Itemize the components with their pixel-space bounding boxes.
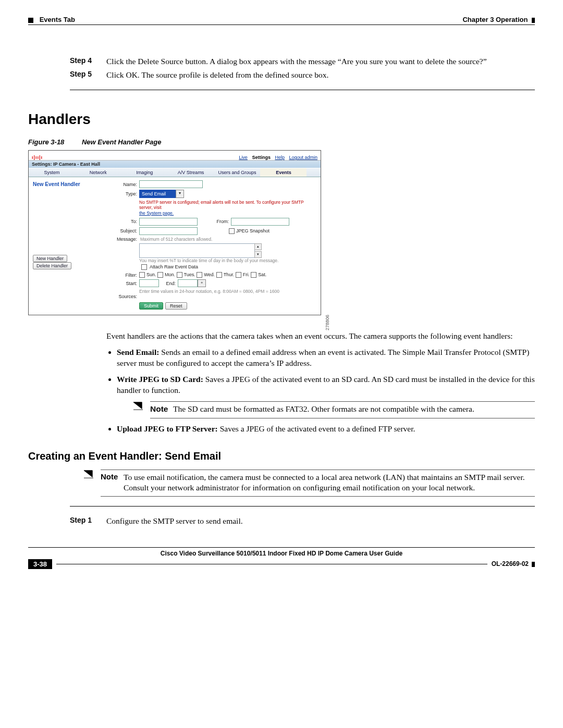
day-wed-checkbox[interactable]: [197, 272, 202, 278]
step-label: Step 1: [70, 516, 106, 526]
footer-title: Cisco Video Surveillance 5010/5011 Indoo…: [28, 550, 535, 557]
ss-sidebar: New Event Handler New Handler Delete Han…: [29, 177, 110, 315]
from-input[interactable]: [231, 218, 289, 226]
header-left: Events Tab: [28, 16, 75, 23]
bullet-lead: Send Email:: [117, 348, 159, 356]
message-hint: You may insert %T to indicate time of da…: [139, 258, 317, 263]
label-fri: Fri.: [243, 272, 250, 277]
bullet-send-email: Send Email: Sends an email to a defined …: [117, 347, 535, 369]
body-text: Event handlers are the actions that the …: [106, 331, 535, 434]
day-thu-checkbox[interactable]: [216, 272, 222, 278]
scroll-up-icon[interactable]: ▴: [254, 243, 262, 250]
tab-system[interactable]: System: [29, 168, 75, 177]
note-text: To use email notification, the camera mu…: [124, 472, 535, 493]
divider: [70, 506, 535, 507]
label-filter: Filter:: [113, 273, 139, 278]
step-text: Click OK. The source profile is deleted …: [106, 70, 535, 80]
step-label: Step 5: [70, 70, 106, 80]
page-footer: Cisco Video Surveillance 5010/5011 Indoo…: [28, 547, 535, 569]
link-system-page[interactable]: the System page.: [139, 211, 174, 216]
screenshot-new-event-handler: ı|ıı|ı Live Settings Help Logout admin S…: [28, 150, 321, 315]
scroll-down-icon[interactable]: ▾: [254, 251, 262, 258]
label-attach-raw: Attach Raw Event Data: [150, 264, 198, 269]
note-icon: [132, 401, 145, 418]
tab-av-streams[interactable]: A/V Streams: [168, 168, 214, 177]
intro-paragraph: Event handlers are the actions that the …: [106, 331, 535, 342]
ss-form: Name: Type: Send Email ▾ No SMTP server …: [110, 177, 321, 315]
bullet-upload-ftp: Upload JPEG to FTP Server: Saves a JPEG …: [117, 424, 535, 435]
header-section-name: Events Tab: [40, 16, 75, 23]
label-sat: Sat.: [258, 272, 266, 277]
end-time-input[interactable]: [178, 279, 198, 287]
figure-caption: Figure 3-18 New Event Handler Page: [28, 138, 535, 146]
link-settings[interactable]: Settings: [252, 155, 271, 160]
day-tue-checkbox[interactable]: [177, 272, 182, 278]
smtp-warning: No SMTP server is configured; email aler…: [139, 200, 317, 216]
doc-id: OL-22669-02: [492, 560, 535, 567]
tab-events[interactable]: Events: [260, 168, 307, 177]
message-textarea[interactable]: ▴ ▾: [139, 243, 255, 258]
label-type: Type:: [113, 191, 139, 196]
label-jpeg-snapshot: JPEG Snapshot: [236, 228, 270, 233]
start-time-input[interactable]: [139, 279, 159, 287]
marker-icon: [532, 562, 535, 567]
label-wed: Wed.: [204, 272, 215, 277]
day-fri-checkbox[interactable]: [236, 272, 241, 278]
marker-icon: [28, 18, 33, 23]
link-logout[interactable]: Logout admin: [289, 155, 317, 160]
add-time-icon[interactable]: +: [198, 279, 206, 287]
subject-input[interactable]: [139, 227, 198, 235]
ss-header: ı|ıı|ı Live Settings Help Logout admin: [29, 151, 321, 161]
header-right: Chapter 3 Operation: [462, 16, 535, 23]
day-sun-checkbox[interactable]: [139, 272, 145, 278]
label-to: To:: [113, 219, 139, 224]
bullet-list: Send Email: Sends an email to a defined …: [106, 347, 535, 435]
label-from: From:: [198, 219, 231, 224]
type-value: Send Email: [142, 191, 166, 196]
step-label: Step 4: [70, 56, 106, 67]
link-help[interactable]: Help: [275, 155, 285, 160]
step-list-bottom: Step 1 Configure the SMTP server to send…: [70, 516, 535, 526]
ss-tabs: System Network Imaging A/V Streams Users…: [29, 168, 321, 177]
label-mon: Mon.: [165, 272, 175, 277]
page-number: 3-38: [28, 559, 52, 569]
link-live[interactable]: Live: [239, 155, 248, 160]
marker-icon: [532, 18, 535, 23]
page-header: Events Tab Chapter 3 Operation: [28, 16, 535, 25]
day-sat-checkbox[interactable]: [251, 272, 256, 278]
label-message: Message:: [113, 237, 139, 242]
tab-imaging[interactable]: Imaging: [121, 168, 168, 177]
figure-id: 278806: [325, 315, 330, 330]
bullet-lead: Write JPEG to SD Card:: [117, 375, 203, 384]
ss-settings-line: Settings: IP Camera - East Hall: [29, 161, 321, 168]
section-title: Handlers: [28, 111, 535, 128]
label-end: End:: [159, 281, 178, 286]
label-tue: Tues.: [184, 272, 195, 277]
divider: [70, 90, 535, 90]
chevron-down-icon[interactable]: ▾: [176, 190, 184, 198]
submit-button[interactable]: Submit: [139, 302, 163, 310]
attach-raw-checkbox[interactable]: [141, 264, 147, 270]
step-row: Step 4 Click the Delete Source button. A…: [70, 56, 535, 67]
new-handler-button[interactable]: New Handler: [33, 255, 67, 262]
bullet-lead: Upload JPEG to FTP Server:: [117, 424, 218, 433]
jpeg-snapshot-checkbox[interactable]: [229, 228, 235, 234]
tab-network[interactable]: Network: [75, 168, 121, 177]
tab-users-groups[interactable]: Users and Groups: [214, 168, 261, 177]
step-row: Step 1 Configure the SMTP server to send…: [70, 516, 535, 526]
day-mon-checkbox[interactable]: [157, 272, 163, 278]
step-text: Configure the SMTP server to send email.: [106, 516, 535, 526]
tab-spacer: [307, 168, 321, 177]
label-thu: Thur.: [224, 272, 235, 277]
name-input[interactable]: [139, 180, 203, 188]
subsection-title: Creating an Event Handler: Send Email: [28, 450, 535, 462]
reset-button[interactable]: Reset: [165, 302, 187, 310]
delete-handler-button[interactable]: Delete Handler: [33, 262, 71, 269]
note-label: Note: [150, 404, 173, 415]
to-input[interactable]: [139, 218, 198, 226]
note-text: The SD card must be formatted as FAT32. …: [173, 404, 535, 415]
type-select[interactable]: Send Email: [139, 190, 176, 198]
bullet-write-jpeg-sd: Write JPEG to SD Card: Saves a JPEG of t…: [117, 374, 535, 418]
message-help: Maximum of 512 characters allowed.: [140, 237, 212, 242]
step-row: Step 5 Click OK. The source profile is d…: [70, 70, 535, 80]
